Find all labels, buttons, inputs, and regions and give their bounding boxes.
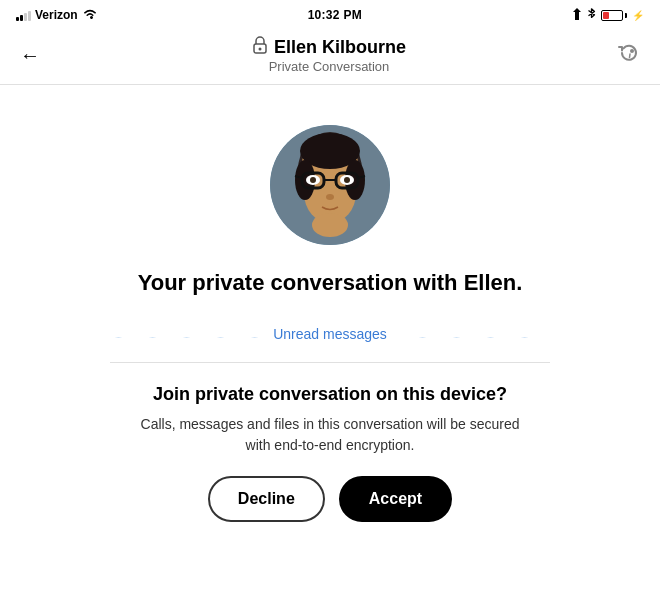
private-title: Your private conversation with Ellen. (138, 269, 523, 298)
decline-button[interactable]: Decline (208, 476, 325, 522)
contact-name: Ellen Kilbourne (274, 37, 406, 58)
join-buttons: Decline Accept (130, 476, 530, 522)
unread-divider: Unread messages (110, 326, 550, 342)
wave-right (397, 330, 550, 338)
join-card: Join private conversation on this device… (110, 362, 550, 546)
signal-bar-3 (24, 13, 27, 21)
main-content: Your private conversation with Ellen. Un… (0, 85, 660, 546)
back-button[interactable]: ← (16, 40, 44, 71)
battery-fill (603, 12, 609, 19)
svg-point-17 (310, 177, 316, 183)
header-center: Ellen Kilbourne Private Conversation (44, 36, 614, 74)
signal-bars (16, 9, 31, 21)
status-bar: Verizon 10:32 PM ⚡ (0, 0, 660, 28)
signal-bar-2 (20, 15, 23, 21)
conversation-type: Private Conversation (269, 59, 390, 74)
join-title: Join private conversation on this device… (130, 383, 530, 406)
bluetooth-icon (587, 8, 596, 22)
svg-point-20 (312, 213, 348, 237)
wifi-icon (82, 8, 98, 23)
status-right: ⚡ (572, 8, 644, 22)
accept-button[interactable]: Accept (339, 476, 452, 522)
charging-icon: ⚡ (632, 10, 644, 21)
location-icon (572, 8, 582, 22)
svg-point-2 (630, 49, 634, 53)
battery-body (601, 10, 623, 21)
svg-point-1 (258, 48, 261, 51)
avatar (270, 125, 390, 245)
avatar-image (270, 125, 390, 245)
unread-label: Unread messages (273, 326, 387, 342)
conversation-header: ← Ellen Kilbourne Private Conversation (0, 28, 660, 85)
refresh-icon[interactable] (614, 38, 644, 73)
signal-bar-4 (28, 11, 31, 21)
battery-tip (625, 13, 627, 18)
svg-point-18 (344, 177, 350, 183)
status-time: 10:32 PM (308, 8, 362, 22)
status-left: Verizon (16, 8, 98, 23)
join-description: Calls, messages and files in this conver… (130, 414, 530, 456)
header-title-row: Ellen Kilbourne (252, 36, 406, 58)
signal-bar-1 (16, 17, 19, 21)
carrier-name: Verizon (35, 8, 78, 22)
battery-indicator (601, 10, 627, 21)
lock-icon (252, 36, 268, 58)
svg-point-19 (326, 194, 334, 200)
wave-left (110, 330, 263, 338)
